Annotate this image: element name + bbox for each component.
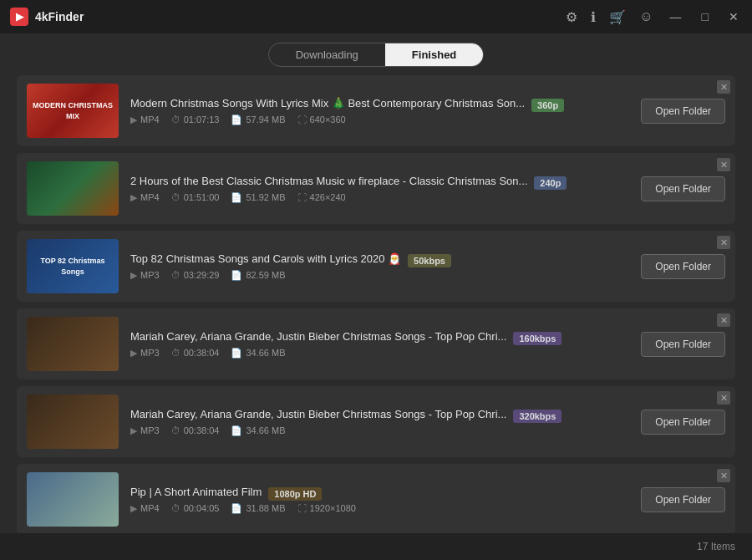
quality-badge: 360p (531, 99, 564, 112)
tabs-container: Downloading Finished (268, 43, 485, 67)
item-title: Top 82 Christmas Songs and Carols with L… (130, 252, 401, 265)
item-thumbnail (27, 317, 119, 371)
size-icon: 📄 (231, 348, 242, 359)
open-folder-button[interactable]: Open Folder (641, 99, 725, 124)
settings-icon[interactable]: ⚙ (566, 9, 577, 25)
item-info: Mariah Carey, Ariana Grande, Justin Bieb… (130, 408, 631, 436)
item-size: 34.66 MB (246, 425, 285, 435)
size-icon: 📄 (231, 192, 242, 203)
quality-badge: 50kbps (408, 254, 451, 267)
quality-badge: 160kbps (513, 332, 561, 345)
tab-downloading[interactable]: Downloading (269, 43, 385, 66)
resolution-icon: ⛶ (297, 115, 307, 125)
close-item-button[interactable]: ✕ (717, 158, 730, 171)
quality-badge: 320kbps (513, 410, 561, 423)
item-resolution: 640×360 (310, 115, 346, 125)
item-thumbnail (27, 472, 119, 527)
open-folder-button[interactable]: Open Folder (641, 254, 725, 279)
quality-badge: 240p (534, 176, 567, 190)
title-controls: ⚙ ℹ 🛒 ☺ — □ ✕ (566, 8, 742, 25)
item-duration: 00:04:05 (184, 503, 220, 513)
items-list: MODERN CHRISTMAS MIXModern Christmas Son… (0, 75, 752, 533)
list-item: Mariah Carey, Ariana Grande, Justin Bieb… (17, 386, 735, 457)
format-icon: ▶ (130, 115, 137, 125)
format-icon: ▶ (130, 503, 137, 514)
tab-finished[interactable]: Finished (385, 43, 483, 66)
close-item-button[interactable]: ✕ (717, 236, 730, 249)
cart-icon[interactable]: 🛒 (609, 9, 626, 25)
item-title: Mariah Carey, Ariana Grande, Justin Bieb… (130, 330, 506, 343)
close-item-button[interactable]: ✕ (717, 80, 730, 94)
title-bar: ▶ 4kFinder ⚙ ℹ 🛒 ☺ — □ ✕ (0, 0, 752, 33)
duration-icon: ⏱ (171, 192, 180, 202)
item-duration: 00:38:04 (184, 425, 220, 435)
open-folder-button[interactable]: Open Folder (641, 332, 725, 357)
item-format: MP3 (140, 425, 160, 435)
item-format: MP4 (140, 192, 160, 202)
list-item: TOP 82 Christmas SongsTop 82 Christmas S… (17, 231, 735, 302)
close-button[interactable]: ✕ (725, 8, 742, 25)
item-meta: ▶MP3⏱03:29:29📄82.59 MB (130, 270, 631, 281)
format-icon: ▶ (130, 425, 137, 436)
item-info: Top 82 Christmas Songs and Carols with L… (130, 252, 631, 281)
item-count: 17 Items (697, 541, 735, 552)
item-size: 34.66 MB (246, 348, 285, 358)
close-item-button[interactable]: ✕ (717, 391, 730, 405)
item-thumbnail (27, 161, 119, 216)
item-thumbnail (27, 395, 119, 449)
duration-icon: ⏱ (171, 425, 180, 435)
size-icon: 📄 (231, 270, 242, 281)
open-folder-button[interactable]: Open Folder (641, 410, 725, 435)
format-icon: ▶ (130, 192, 137, 203)
item-info: Pip | A Short Animated Film1080p HD▶MP4⏱… (130, 486, 631, 514)
item-info: Modern Christmas Songs With Lyrics Mix 🎄… (130, 97, 631, 125)
item-meta: ▶MP3⏱00:38:04📄34.66 MB (130, 425, 631, 436)
item-resolution: 1920×1080 (310, 503, 356, 513)
close-item-button[interactable]: ✕ (717, 313, 730, 327)
item-info: Mariah Carey, Ariana Grande, Justin Bieb… (130, 330, 631, 359)
item-thumbnail: TOP 82 Christmas Songs (27, 239, 119, 293)
item-title: Pip | A Short Animated Film (130, 486, 262, 498)
item-title: Modern Christmas Songs With Lyrics Mix 🎄… (130, 97, 525, 109)
maximize-button[interactable]: □ (699, 8, 712, 25)
item-resolution: 426×240 (310, 192, 346, 202)
format-icon: ▶ (130, 270, 137, 281)
format-icon: ▶ (130, 348, 137, 359)
resolution-icon: ⛶ (297, 192, 307, 202)
list-item: 2 Hours of the Best Classic Christmas Mu… (17, 153, 735, 224)
duration-icon: ⏱ (171, 503, 180, 513)
close-item-button[interactable]: ✕ (717, 469, 730, 482)
footer: 17 Items (0, 533, 752, 560)
duration-icon: ⏱ (171, 270, 180, 280)
list-item: MODERN CHRISTMAS MIXModern Christmas Son… (17, 75, 735, 146)
tabs-bar: Downloading Finished (0, 33, 752, 75)
item-meta: ▶MP3⏱00:38:04📄34.66 MB (130, 348, 631, 359)
item-size: 57.94 MB (246, 115, 285, 125)
item-size: 82.59 MB (246, 270, 285, 280)
list-item: Mariah Carey, Ariana Grande, Justin Bieb… (17, 308, 735, 379)
face-icon[interactable]: ☺ (639, 9, 653, 24)
item-duration: 00:38:04 (184, 348, 220, 358)
duration-icon: ⏱ (171, 348, 180, 358)
duration-icon: ⏱ (171, 115, 180, 125)
app-logo: ▶ (10, 8, 28, 26)
item-thumbnail: MODERN CHRISTMAS MIX (27, 84, 119, 138)
item-title: Mariah Carey, Ariana Grande, Justin Bieb… (130, 408, 506, 420)
minimize-button[interactable]: — (667, 8, 685, 25)
item-title: 2 Hours of the Best Classic Christmas Mu… (130, 175, 527, 187)
item-format: MP3 (140, 348, 160, 358)
size-icon: 📄 (231, 115, 242, 125)
item-duration: 01:51:00 (184, 192, 220, 202)
title-left: ▶ 4kFinder (10, 8, 84, 26)
item-duration: 01:07:13 (184, 115, 220, 125)
info-icon[interactable]: ℹ (591, 9, 596, 25)
open-folder-button[interactable]: Open Folder (641, 487, 725, 512)
quality-badge: 1080p HD (268, 487, 322, 501)
resolution-icon: ⛶ (297, 503, 307, 513)
open-folder-button[interactable]: Open Folder (641, 176, 725, 201)
logo-icon: ▶ (16, 11, 23, 23)
item-duration: 03:29:29 (184, 270, 220, 280)
item-format: MP4 (140, 115, 160, 125)
item-meta: ▶MP4⏱01:51:00📄51.92 MB⛶426×240 (130, 192, 631, 203)
item-format: MP4 (140, 503, 160, 513)
